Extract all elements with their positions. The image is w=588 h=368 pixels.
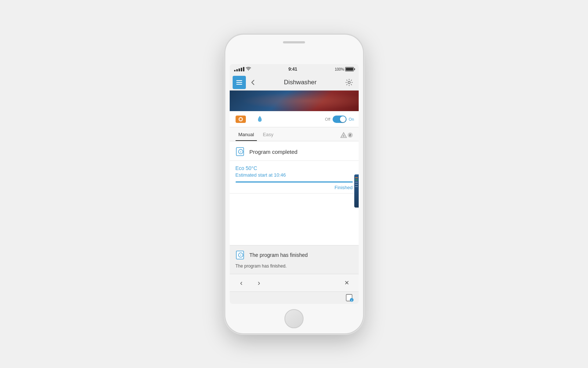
signal-area (234, 67, 251, 71)
appliance-icon (236, 116, 246, 123)
svg-text:!: ! (343, 134, 344, 138)
alert-badge: 2 (348, 132, 353, 138)
screen: 9:41 100% Dishwasher (230, 64, 359, 304)
nav-title: Dishwasher (258, 79, 343, 86)
svg-text:i: i (240, 254, 241, 257)
eco-subtitle: Estimated start at 10:46 (236, 172, 353, 178)
program-header: i Program completed (236, 146, 353, 157)
notification-body: The program has finished. (236, 263, 353, 269)
next-button[interactable]: › (253, 277, 265, 289)
program-section: i Program completed (230, 141, 359, 161)
toggle-track[interactable] (333, 116, 347, 123)
main-content: i Program completed Eco 50°C Estimated s… (230, 141, 359, 245)
footer-bar: i (230, 291, 359, 304)
footer-info-icon[interactable]: i (345, 294, 354, 302)
peek-line-3 (355, 182, 358, 183)
finished-label: Finished (236, 185, 353, 190)
progress-bar (236, 181, 353, 183)
eco-title: Eco 50°C (236, 165, 353, 171)
side-peek-lines (354, 174, 359, 190)
phone-shell: 9:41 100% Dishwasher (225, 35, 363, 333)
device-icon-button[interactable] (234, 113, 247, 126)
peek-line-2 (355, 180, 358, 180)
tab-easy[interactable]: Easy (260, 132, 276, 141)
notification-header: i The program has finished (236, 250, 353, 260)
bottom-nav: ‹ › ✕ (230, 274, 359, 291)
hamburger-icon (236, 80, 242, 85)
signal-dot-2 (236, 69, 238, 71)
back-button[interactable] (247, 76, 258, 89)
signal-dots (234, 67, 244, 71)
content-spacer (230, 194, 359, 216)
prev-button[interactable]: ‹ (236, 277, 247, 289)
toggle-off-label: Off (325, 117, 330, 121)
icon-row: Off On (230, 111, 359, 127)
eco-card: Eco 50°C Estimated start at 10:46 Finish… (230, 161, 359, 194)
hero-overlay (230, 91, 359, 111)
toggle-thumb (340, 116, 346, 122)
signal-dot-4 (241, 68, 242, 71)
tab-manual[interactable]: Manual (236, 132, 257, 141)
notification-title: The program has finished (250, 252, 308, 258)
svg-text:i: i (240, 150, 241, 153)
status-bar: 9:41 100% (230, 64, 359, 74)
signal-dot-5 (243, 67, 244, 71)
program-icon: i (236, 146, 246, 157)
side-peek-card[interactable] (354, 174, 359, 208)
wifi-icon (246, 67, 251, 71)
battery-bar (345, 67, 354, 71)
menu-button[interactable] (233, 76, 246, 89)
phone-speaker (283, 41, 305, 43)
battery-fill (346, 68, 353, 71)
peek-line-1 (355, 177, 358, 178)
power-toggle[interactable]: Off On (325, 116, 354, 123)
settings-button[interactable] (343, 76, 356, 89)
notification-icon: i (236, 250, 246, 260)
hero-banner (230, 91, 359, 111)
notification-panel: i The program has finished The program h… (230, 245, 359, 274)
home-button[interactable] (284, 309, 304, 328)
battery-percent: 100% (335, 67, 344, 71)
status-time: 9:41 (288, 67, 297, 72)
close-button[interactable]: ✕ (341, 277, 353, 289)
signal-dot-3 (239, 68, 240, 71)
peek-line-4 (355, 184, 358, 185)
nav-bar: Dishwasher (230, 74, 359, 91)
peek-line-5 (355, 186, 358, 187)
svg-point-0 (348, 81, 350, 84)
signal-dot-1 (234, 70, 236, 71)
battery-area: 100% (335, 67, 354, 71)
water-icon-button[interactable] (253, 113, 266, 126)
tab-row: Manual Easy ! 2 (230, 127, 359, 141)
svg-text:i: i (351, 299, 352, 301)
alert-button[interactable]: ! 2 (340, 132, 353, 141)
toggle-on-label: On (349, 117, 354, 121)
program-title: Program completed (250, 149, 298, 155)
